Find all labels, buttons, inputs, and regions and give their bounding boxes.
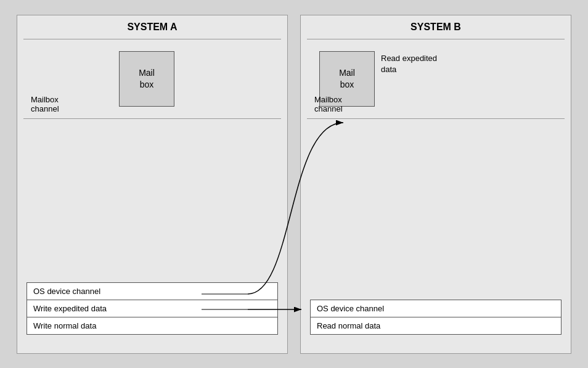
system-a-mailbox-channel: Mailboxchannel xyxy=(31,95,59,113)
system-b-panel: SYSTEM B Mailbox Read expediteddata Mail… xyxy=(300,15,571,354)
system-b-title: SYSTEM B xyxy=(307,22,565,33)
system-a-panel: SYSTEM A Mailbox Mailboxchannel OS devic… xyxy=(17,15,288,354)
system-a-mailbox-label: Mailbox xyxy=(139,67,155,89)
system-b-mailbox-section: Mailbox Read expediteddata Mailboxchanne… xyxy=(307,39,565,119)
system-b-mailbox-label: Mailbox xyxy=(339,67,355,89)
system-a-os-row-1: OS device channel xyxy=(27,283,277,300)
system-a-mailbox-section: Mailbox Mailboxchannel xyxy=(23,39,281,119)
system-a-os-row-3: Write normal data xyxy=(27,317,277,334)
system-b-os-row-2: Read normal data xyxy=(311,317,561,334)
system-a-mailbox-box: Mailbox xyxy=(119,51,174,107)
system-b-os-section: OS device channel Read normal data xyxy=(310,300,561,335)
diagram-container: SYSTEM A Mailbox Mailboxchannel OS devic… xyxy=(17,15,571,354)
system-b-mailbox-channel: Mailboxchannel xyxy=(314,95,343,113)
gap-divider xyxy=(288,15,300,354)
system-a-os-section: OS device channel Write expedited data W… xyxy=(27,282,278,335)
system-b-os-row-1: OS device channel xyxy=(311,300,561,317)
system-b-read-expedited-label: Read expediteddata xyxy=(381,53,437,75)
system-a-os-row-2: Write expedited data xyxy=(27,300,277,317)
system-a-title: SYSTEM A xyxy=(23,22,281,33)
